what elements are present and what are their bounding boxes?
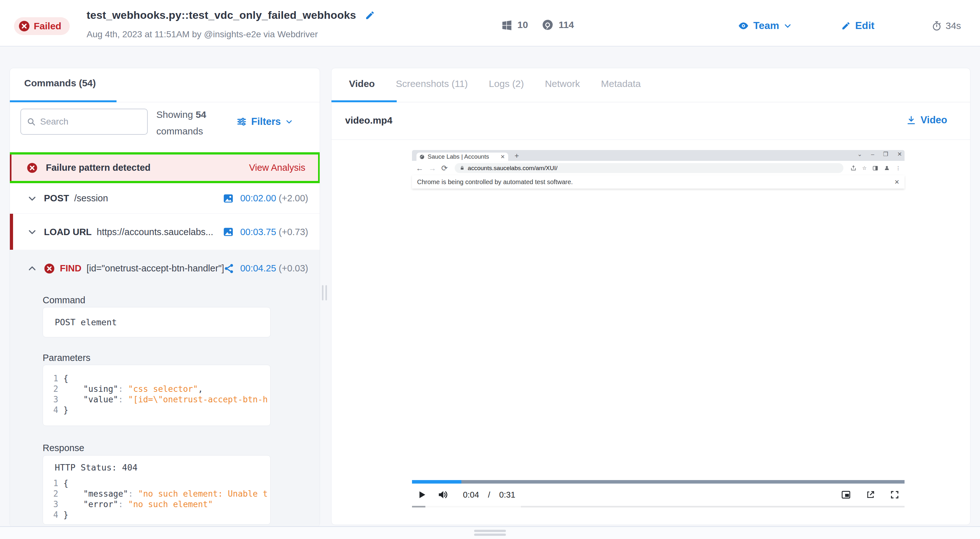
window-restore-icon: ❐ — [883, 151, 888, 158]
commands-tab-underline — [10, 100, 116, 102]
command-search[interactable] — [21, 108, 148, 135]
parameters-section-label: Parameters — [43, 352, 91, 363]
tab-metadata[interactable]: Metadata — [601, 78, 641, 89]
error-x-icon — [44, 263, 55, 274]
filters-button[interactable]: Filters — [237, 116, 293, 128]
toolbar-icons: ☆ ⋮ — [850, 165, 901, 171]
showing-count: Showing 54 commands — [156, 107, 206, 140]
status-text: Failed — [34, 21, 62, 32]
edit-button[interactable]: Edit — [841, 20, 874, 32]
tab-video[interactable]: Video — [349, 78, 375, 89]
failure-banner[interactable]: Failure pattern detected View Analysis — [10, 155, 318, 181]
command-row-find[interactable]: FIND [id="onetrust-accept-btn-handler"] … — [10, 250, 320, 287]
address-bar: accounts.saucelabs.com/am/XUI/ — [455, 163, 843, 173]
asset-panel: Video Screenshots (11) Logs (2) Network … — [331, 68, 970, 525]
window-minimize-icon: – — [871, 151, 874, 158]
new-tab-icon: + — [514, 151, 519, 160]
chevron-down-icon[interactable] — [27, 227, 37, 237]
command-delta: (+0.03) — [278, 263, 308, 274]
video-frame[interactable]: Sauce Labs | Accounts ✕ + ⌄ – ❐ ✕ ← → ⟳ … — [412, 150, 905, 188]
volume-icon[interactable] — [438, 489, 448, 500]
filter-sliders-icon — [237, 116, 247, 127]
browser-tab: Sauce Labs | Accounts ✕ — [417, 153, 508, 161]
browser-toolbar: ← → ⟳ accounts.saucelabs.com/am/XUI/ ☆ — [412, 161, 905, 175]
menu-dots-icon: ⋮ — [896, 165, 901, 171]
video-scrollbar[interactable] — [412, 506, 905, 507]
tab-commands[interactable]: Commands (54) — [24, 78, 96, 89]
infobar-close-icon: ✕ — [894, 179, 899, 186]
tab-screenshots[interactable]: Screenshots (11) — [396, 78, 468, 89]
chevron-down-icon — [784, 22, 792, 30]
environment-info: 10 114 — [501, 19, 574, 30]
stopwatch-icon — [932, 21, 942, 31]
chevron-down-icon — [285, 118, 293, 126]
picture-in-picture-icon[interactable] — [841, 490, 851, 500]
bottom-resize-handle[interactable] — [474, 530, 506, 537]
share-icon[interactable] — [224, 263, 234, 274]
tab-close-icon: ✕ — [501, 153, 505, 160]
window-dropdown-icon: ⌄ — [858, 151, 862, 158]
command-value: POST element — [55, 317, 117, 327]
command-row-post-session[interactable]: POST /session 00:02.00 (+2.00) — [10, 183, 320, 214]
bookmark-star-icon: ☆ — [862, 165, 867, 171]
browser-version: 114 — [558, 19, 574, 30]
command-value-box: POST element — [43, 307, 270, 337]
team-label: Team — [753, 20, 779, 32]
visibility-eye-icon — [738, 21, 749, 31]
browser-favicon — [420, 155, 425, 159]
edit-title-icon[interactable] — [365, 10, 375, 21]
open-in-new-icon[interactable] — [866, 490, 875, 499]
filters-label: Filters — [251, 116, 281, 128]
failure-banner-text: Failure pattern detected — [46, 163, 151, 173]
chevron-up-icon[interactable] — [27, 264, 37, 273]
chevron-down-icon[interactable] — [27, 194, 37, 203]
commands-panel: Commands (54) Showing 54 commands Filter… — [10, 68, 320, 527]
play-icon[interactable] — [417, 490, 426, 499]
fullscreen-icon[interactable] — [890, 490, 899, 499]
search-icon — [27, 117, 36, 126]
download-video-button[interactable]: Video — [907, 114, 947, 126]
automation-infobar: Chrome is being controlled by automated … — [412, 175, 905, 188]
browser-tab-title: Sauce Labs | Accounts — [428, 153, 497, 160]
command-expanded-section: FIND [id="onetrust-accept-btn-handler"] … — [10, 250, 320, 527]
side-panel-icon — [872, 165, 878, 171]
window-close-icon: ✕ — [897, 151, 902, 158]
error-x-icon — [27, 163, 38, 173]
url-text: accounts.saucelabs.com/am/XUI/ — [468, 165, 557, 172]
command-target: [id="onetrust-accept-btn-handler"] — [87, 263, 224, 274]
video-controls: 0:04 / 0:31 — [412, 483, 905, 506]
screenshot-image-icon[interactable] — [223, 226, 234, 237]
tab-network[interactable]: Network — [545, 78, 580, 89]
team-dropdown[interactable]: Team — [738, 20, 792, 32]
command-method: LOAD URL — [44, 227, 92, 237]
pencil-icon — [841, 21, 851, 30]
video-tab-underline — [331, 100, 397, 102]
command-method: POST — [44, 193, 69, 204]
command-section-label: Command — [43, 295, 85, 306]
os-item: 10 — [501, 19, 528, 30]
duration-text: 34s — [946, 21, 961, 31]
download-icon — [907, 115, 916, 125]
browser-tab-strip: Sauce Labs | Accounts ✕ + ⌄ – ❐ ✕ — [412, 150, 905, 161]
response-box: HTTP Status: 404 1{ 2 "message": "no suc… — [43, 455, 270, 525]
screenshot-image-icon[interactable] — [223, 193, 234, 204]
download-label: Video — [920, 114, 947, 126]
search-input[interactable] — [40, 116, 136, 127]
test-subtitle: Aug 4th, 2023 at 11:51AM by @insights-e2… — [87, 29, 318, 40]
infobar-text: Chrome is being controlled by automated … — [417, 179, 894, 186]
panel-resize-handle[interactable] — [322, 285, 327, 300]
lock-icon — [460, 166, 465, 171]
command-delta: (+0.73) — [278, 227, 308, 237]
tab-logs[interactable]: Logs (2) — [489, 78, 524, 89]
view-analysis-link[interactable]: View Analysis — [249, 163, 305, 173]
os-version: 10 — [517, 19, 528, 30]
test-header: Failed test_webhooks.py::test_vdc_only_f… — [0, 0, 980, 46]
browser-item: 114 — [542, 19, 574, 30]
video-duration: 0:31 — [499, 490, 515, 500]
command-row-load-url[interactable]: LOAD URL https://accounts.saucelabs... 0… — [10, 214, 320, 250]
reload-icon: ⟳ — [441, 164, 448, 173]
video-progress-bar[interactable] — [412, 480, 905, 483]
window-controls: ⌄ – ❐ ✕ — [858, 151, 902, 158]
command-target: /session — [74, 193, 223, 204]
page-title: test_webhooks.py::test_vdc_only_failed_w… — [87, 9, 356, 21]
